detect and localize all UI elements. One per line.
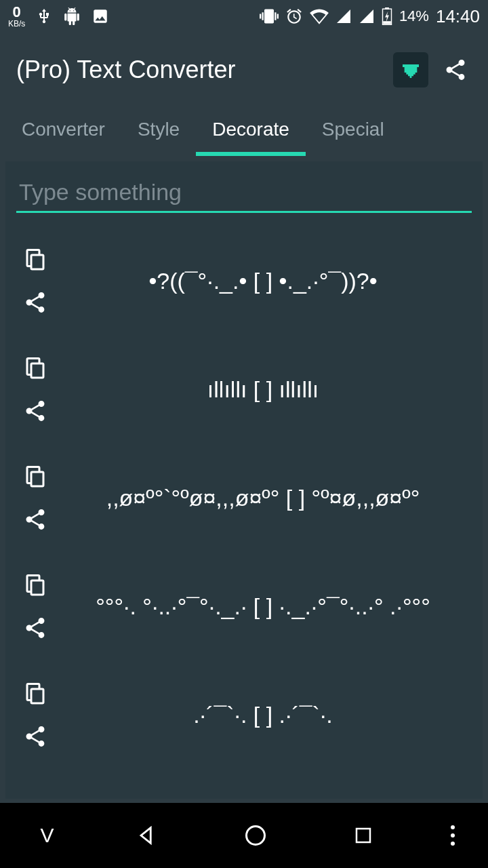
signal-icon-2 — [359, 8, 375, 24]
result-actions — [16, 552, 54, 660]
copy-button[interactable] — [22, 571, 49, 598]
nav-home-button[interactable] — [235, 815, 276, 856]
tab-decorate[interactable]: Decorate — [196, 107, 306, 156]
svg-rect-5 — [31, 472, 43, 486]
kbs-value: 0 — [8, 5, 25, 20]
result-actions — [16, 335, 54, 443]
signal-icon — [336, 8, 352, 24]
share-item-button[interactable] — [22, 723, 49, 750]
copy-button[interactable] — [22, 354, 49, 381]
copy-button[interactable] — [22, 679, 49, 707]
kbs-unit: KB/s — [8, 20, 25, 28]
app-container: (Pro) Text Converter Converter Style Dec… — [0, 33, 488, 803]
svg-rect-7 — [31, 689, 43, 703]
android-debug-icon — [63, 7, 81, 25]
result-row: ıllıllı [ ] ıllıllı — [16, 335, 472, 443]
usb-icon — [36, 6, 52, 26]
nav-menu-button[interactable] — [451, 825, 455, 846]
svg-point-8 — [246, 827, 264, 845]
tab-style[interactable]: Style — [121, 107, 196, 156]
result-row: •?((¯°·._.• [ ] •._.·°¯))?• — [16, 226, 472, 335]
wifi-icon — [310, 7, 329, 26]
status-left: 0 KB/s — [8, 5, 109, 28]
tab-bar: Converter Style Decorate Special — [0, 107, 488, 156]
content-panel: •?((¯°·._.• [ ] •._.·°¯))?•ıllıllı [ ] ı… — [5, 161, 483, 799]
result-row: .·´¯`·. [ ] .·´¯`·. — [16, 660, 472, 769]
svg-rect-1 — [385, 7, 389, 9]
result-row: °°°·. °·..·°¯°·._.· [ ] ·._.·°¯°·..·° .·… — [16, 552, 472, 660]
svg-rect-2 — [383, 21, 391, 24]
result-actions — [16, 443, 54, 552]
svg-rect-3 — [31, 255, 43, 269]
network-speed-indicator: 0 KB/s — [8, 5, 25, 28]
share-item-button[interactable] — [22, 614, 49, 642]
svg-rect-4 — [31, 363, 43, 378]
result-text: ıllıllı [ ] ıllıllı — [54, 335, 472, 443]
input-wrapper — [16, 175, 472, 213]
share-item-button[interactable] — [22, 397, 49, 425]
result-text: .·´¯`·. [ ] .·´¯`·. — [54, 660, 472, 769]
picture-icon — [92, 7, 109, 25]
result-text: °°°·. °·..·°¯°·._.· [ ] ·._.·°¯°·..·° .·… — [54, 552, 472, 660]
alarm-icon — [285, 7, 303, 25]
android-status-bar: 0 KB/s 14% 14:40 — [0, 0, 488, 33]
results-list: •?((¯°·._.• [ ] •._.·°¯))?•ıllıllı [ ] ı… — [16, 226, 472, 769]
result-row: ,,ø¤º°`°ºø¤,,,ø¤º° [ ] °º¤ø,,,ø¤º° — [16, 443, 472, 552]
battery-charging-icon — [382, 7, 392, 25]
copy-button[interactable] — [22, 462, 49, 490]
svg-rect-9 — [357, 829, 370, 842]
android-nav-bar: V — [0, 803, 488, 868]
copy-button[interactable] — [22, 245, 49, 273]
tab-converter[interactable]: Converter — [5, 107, 121, 156]
tab-special[interactable]: Special — [306, 107, 401, 156]
result-actions — [16, 660, 54, 769]
app-title: (Pro) Text Converter — [16, 56, 382, 84]
ascii-art-action[interactable] — [393, 52, 428, 87]
app-bar: (Pro) Text Converter — [0, 33, 488, 107]
share-item-button[interactable] — [22, 289, 49, 316]
nav-extra-button[interactable]: V — [33, 824, 60, 847]
result-text: ,,ø¤º°`°ºø¤,,,ø¤º° [ ] °º¤ø,,,ø¤º° — [54, 443, 472, 552]
share-item-button[interactable] — [22, 506, 49, 533]
clock-time: 14:40 — [436, 6, 480, 27]
status-right: 14% 14:40 — [260, 6, 480, 27]
result-actions — [16, 226, 54, 335]
battery-percent: 14% — [399, 7, 429, 25]
vibrate-icon — [260, 7, 279, 26]
text-input[interactable] — [19, 179, 469, 205]
nav-back-button[interactable] — [127, 815, 168, 856]
svg-rect-6 — [31, 580, 43, 595]
share-button[interactable] — [439, 54, 472, 86]
result-text: •?((¯°·._.• [ ] •._.·°¯))?• — [54, 226, 472, 335]
nav-recent-button[interactable] — [343, 815, 384, 856]
